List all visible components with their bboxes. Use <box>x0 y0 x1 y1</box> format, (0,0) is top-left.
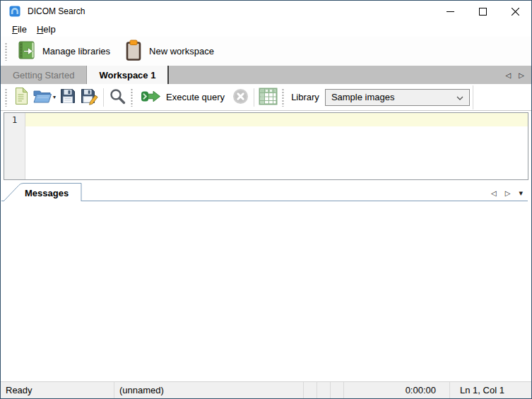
open-dropdown-icon[interactable]: ▾ <box>53 94 56 100</box>
library-combobox[interactable]: Sample images <box>325 89 470 106</box>
query-editor-area: 1 <box>1 111 531 182</box>
current-line-highlight <box>25 113 528 126</box>
save-as-icon <box>80 88 99 107</box>
save-button[interactable] <box>57 87 78 108</box>
manage-libraries-label: Manage libraries <box>42 46 110 56</box>
library-group-grip[interactable] <box>281 88 285 107</box>
manage-libraries-button[interactable]: Manage libraries <box>10 37 117 65</box>
library-selected-value: Sample images <box>331 92 456 102</box>
stop-query-button <box>230 87 251 108</box>
messages-tab-arrows: ◁ ▷ ▾ <box>491 189 523 198</box>
execute-query-button[interactable]: Execute query <box>136 87 230 108</box>
document-name: (unnamed) <box>114 382 303 398</box>
new-query-icon <box>13 87 28 107</box>
scroll-tabs-left-icon[interactable]: ◁ <box>506 71 512 79</box>
menu-help[interactable]: Help <box>32 23 61 35</box>
tabstrip-spacer <box>169 66 505 84</box>
stop-icon <box>232 88 249 107</box>
app-icon <box>9 6 20 17</box>
messages-panel <box>1 201 531 381</box>
open-query-icon <box>32 88 52 106</box>
maximize-button[interactable] <box>466 1 499 22</box>
query-editor[interactable]: 1 <box>4 112 528 180</box>
messages-tabbar: Messages ◁ ▷ ▾ <box>1 182 531 201</box>
messages-scroll-right-icon[interactable]: ▷ <box>505 189 511 197</box>
toolbar-grip[interactable] <box>4 42 8 61</box>
menubar: File Help <box>1 22 531 37</box>
save-as-button[interactable] <box>78 87 100 108</box>
caret-position: Ln 1, Col 1 <box>449 382 531 398</box>
execute-query-label: Execute query <box>166 92 225 102</box>
messages-menu-icon[interactable]: ▾ <box>519 189 523 198</box>
messages-scroll-left-icon[interactable]: ◁ <box>491 189 497 197</box>
titlebar: DICOM Search <box>1 1 531 22</box>
results-table-button[interactable] <box>257 87 279 108</box>
library-book-icon <box>17 40 36 62</box>
new-query-button[interactable] <box>10 87 31 108</box>
statusbar-cell <box>303 382 317 398</box>
maximize-icon <box>479 8 487 16</box>
tab-getting-started[interactable]: Getting Started <box>1 66 86 84</box>
window-title: DICOM Search <box>28 6 85 16</box>
status-text: Ready <box>1 382 114 398</box>
window-controls <box>434 1 531 22</box>
save-icon <box>59 88 76 107</box>
tab-workspace-1[interactable]: Workspace 1 <box>86 66 169 84</box>
open-query-button[interactable]: ▾ <box>31 87 57 108</box>
statusbar: Ready (unnamed) 0:00:00 Ln 1, Col 1 <box>1 381 531 398</box>
minimize-icon <box>447 8 454 16</box>
execute-icon <box>141 89 161 106</box>
toolbar-separator <box>254 88 254 107</box>
elapsed-time: 0:00:00 <box>343 382 449 398</box>
toolbar-separator <box>473 85 473 109</box>
library-label: Library <box>291 92 319 102</box>
new-workspace-label: New workspace <box>149 46 214 56</box>
scroll-tabs-right-icon[interactable]: ▷ <box>519 71 524 79</box>
query-group-grip[interactable] <box>130 88 134 107</box>
results-table-icon <box>259 88 278 107</box>
clipboard-icon <box>124 40 143 64</box>
close-button[interactable] <box>499 1 531 22</box>
combo-chevron-down-icon <box>456 92 463 102</box>
search-icon <box>109 88 126 107</box>
query-toolbar: ▾ <box>1 84 531 111</box>
tabstrip-arrows: ◁ ▷ <box>506 66 531 84</box>
editor-content[interactable] <box>25 113 528 179</box>
main-toolbar: Manage libraries New workspace <box>1 37 531 66</box>
line-number-gutter: 1 <box>4 113 25 179</box>
line-number: 1 <box>4 115 25 125</box>
toolbar-separator <box>103 88 104 107</box>
find-button[interactable] <box>107 87 128 108</box>
close-icon <box>512 8 519 16</box>
minimize-button[interactable] <box>434 1 466 22</box>
query-toolbar-grip[interactable] <box>4 88 8 107</box>
messages-tab-label[interactable]: Messages <box>25 188 69 198</box>
app-window: DICOM Search File Help <box>0 0 532 399</box>
workspace-tabstrip: Getting Started Workspace 1 ◁ ▷ <box>1 66 531 84</box>
statusbar-cell <box>317 382 330 398</box>
statusbar-cell <box>330 382 343 398</box>
new-workspace-button[interactable]: New workspace <box>117 37 221 66</box>
menu-file[interactable]: File <box>7 23 32 35</box>
